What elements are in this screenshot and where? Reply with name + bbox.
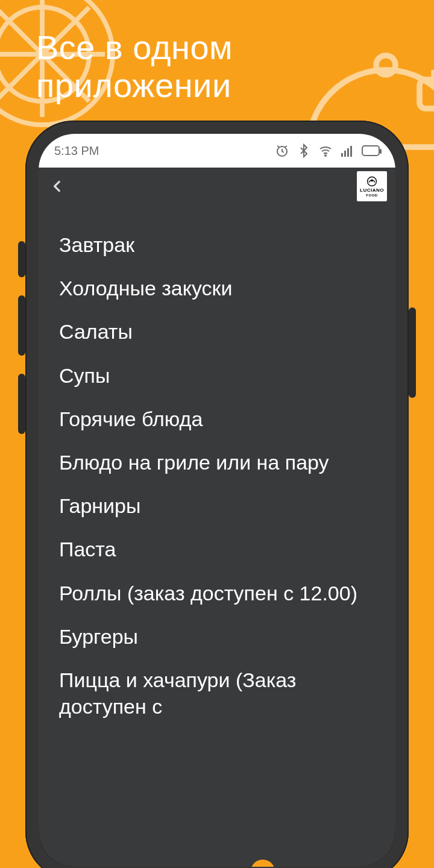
status-bar: 5:13 PM [39,134,395,168]
promo-headline: Все в одном приложении [36,29,398,104]
menu-item[interactable]: Салаты [59,310,375,353]
brand-mark-icon [365,175,379,187]
menu-item[interactable]: Пицца и хачапури (Заказ доступен с [59,658,375,728]
alarm-icon [275,143,289,158]
svg-rect-14 [347,148,349,157]
battery-icon [362,145,380,156]
menu-item[interactable]: Гарниры [59,484,375,527]
svg-rect-15 [350,146,352,157]
phone-side-button [18,241,25,277]
svg-point-11 [325,155,326,156]
phone-screen: 5:13 PM LUCIANO FOOD Завтрак [39,134,395,867]
menu-item[interactable]: Завтрак [59,223,375,266]
menu-item[interactable]: Блюдо на гриле или на пару [59,441,375,484]
menu-item[interactable]: Паста [59,527,375,571]
phone-side-button [409,307,416,398]
phone-side-button [18,295,25,356]
app-bar: LUCIANO FOOD [39,168,395,205]
phone-side-button [18,374,25,434]
menu-list[interactable]: Завтрак Холодные закуски Салаты Супы Гор… [39,205,395,867]
svg-rect-13 [344,151,346,157]
menu-item[interactable]: Роллы (заказ доступен с 12.00) [59,571,375,615]
brand-logo[interactable]: LUCIANO FOOD [357,171,387,201]
status-icons [275,143,380,158]
back-icon[interactable] [49,178,65,194]
menu-item[interactable]: Холодные закуски [59,266,375,310]
status-time: 5:13 PM [54,144,99,158]
signal-icon [340,143,354,158]
menu-item[interactable]: Супы [59,354,375,397]
brand-text-1: LUCIANO [360,188,384,193]
menu-item[interactable]: Бургеры [59,615,375,658]
wifi-icon [318,143,333,158]
menu-item[interactable]: Горячие блюда [59,397,375,441]
phone-frame: 5:13 PM LUCIANO FOOD Завтрак [25,121,409,868]
bluetooth-icon [297,143,311,158]
brand-text-2: FOOD [366,193,377,197]
svg-point-17 [371,180,373,181]
svg-rect-12 [341,153,343,157]
